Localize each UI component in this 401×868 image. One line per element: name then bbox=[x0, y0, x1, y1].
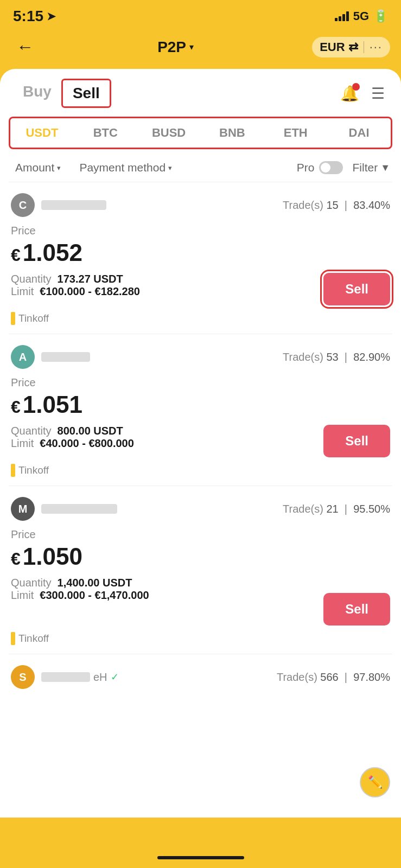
listing-3-header: M Trade(s) 21 | 95.50% bbox=[11, 497, 390, 521]
pro-toggle: Pro bbox=[297, 161, 343, 174]
crypto-tab-bnb-label: BNB bbox=[219, 126, 245, 139]
listing-3-payment-dot bbox=[11, 632, 15, 645]
nav-center: P2P ▾ bbox=[157, 39, 194, 56]
listing-3-user: M bbox=[11, 497, 117, 521]
orders-button[interactable]: ☰ bbox=[367, 83, 388, 104]
listing-3: M Trade(s) 21 | 95.50% Price € 1.050 Qua… bbox=[0, 486, 401, 654]
network-indicator: 5G bbox=[353, 9, 369, 23]
listing-3-trades: 21 bbox=[326, 503, 338, 515]
pro-toggle-switch[interactable] bbox=[319, 161, 343, 174]
listing-4-suffix: eH bbox=[93, 671, 107, 684]
nav-divider bbox=[364, 41, 364, 53]
listing-1-price-value: 1.052 bbox=[23, 239, 82, 266]
listing-1-sell-label: Sell bbox=[345, 282, 368, 296]
listing-1: C Trade(s) 15 | 83.40% Price € 1.052 Qua… bbox=[0, 182, 401, 334]
listing-3-quantity: Quantity 1,400.00 USDT bbox=[11, 577, 149, 589]
listing-3-sell-label: Sell bbox=[345, 602, 368, 616]
listing-2-user: A bbox=[11, 345, 90, 369]
tab-buy[interactable]: Buy bbox=[13, 79, 61, 108]
notification-badge bbox=[352, 83, 360, 91]
currency-label: EUR bbox=[320, 40, 345, 54]
time-display: 5:15 bbox=[13, 8, 43, 25]
listing-2-limit-range: €40.000 - €800.000 bbox=[40, 437, 134, 449]
amount-filter[interactable]: Amount ▾ bbox=[11, 159, 65, 176]
filter-icon: ▼ bbox=[380, 162, 390, 174]
listing-2-payment: Tinkoff bbox=[11, 464, 390, 477]
listing-2-header: A Trade(s) 53 | 82.90% bbox=[11, 345, 390, 369]
fab-button[interactable]: ✏️ bbox=[360, 767, 390, 797]
listing-3-rate: 95.50% bbox=[353, 503, 390, 515]
listing-1-payment: Tinkoff bbox=[11, 312, 390, 325]
listing-1-price-label: Price bbox=[11, 225, 390, 237]
amount-dropdown-icon: ▾ bbox=[57, 164, 61, 172]
listing-3-price: € 1.050 bbox=[11, 543, 390, 570]
listing-3-details: Quantity 1,400.00 USDT Limit €300.000 - … bbox=[11, 577, 390, 626]
tab-icons: 🔔 ☰ bbox=[339, 83, 388, 104]
amount-label: Amount bbox=[15, 161, 54, 174]
status-right: 5G 🔋 bbox=[335, 9, 388, 23]
listing-2-limit-label: Limit bbox=[11, 437, 34, 449]
tab-sell[interactable]: Sell bbox=[61, 79, 111, 108]
listing-2-meta: Quantity 800.00 USDT Limit €40.000 - €80… bbox=[11, 425, 134, 450]
listing-2-details: Quantity 800.00 USDT Limit €40.000 - €80… bbox=[11, 425, 390, 457]
listing-3-limit-range: €300.000 - €1,470.000 bbox=[40, 589, 149, 601]
fab-edit-icon: ✏️ bbox=[368, 775, 383, 789]
transfer-icon: ⇄ bbox=[348, 40, 358, 54]
back-button[interactable]: ← bbox=[11, 35, 39, 59]
battery-icon: 🔋 bbox=[373, 9, 388, 23]
crypto-tab-dai[interactable]: DAI bbox=[327, 118, 391, 148]
listing-2-quantity: Quantity 800.00 USDT bbox=[11, 425, 134, 437]
listing-3-sell-button[interactable]: Sell bbox=[323, 593, 390, 626]
listing-1-price: € 1.052 bbox=[11, 239, 390, 266]
crypto-tab-bnb[interactable]: BNB bbox=[200, 118, 264, 148]
top-nav: ← P2P ▾ EUR ⇄ ··· bbox=[0, 29, 401, 69]
listing-1-sell-button[interactable]: Sell bbox=[323, 273, 390, 305]
signal-icon bbox=[335, 11, 349, 21]
listing-2-sell-button[interactable]: Sell bbox=[323, 425, 390, 457]
payment-method-filter[interactable]: Payment method ▾ bbox=[75, 159, 176, 176]
listing-1-limit-label: Limit bbox=[11, 285, 34, 297]
listing-3-avatar: M bbox=[11, 497, 35, 521]
listing-1-qty-label: Quantity bbox=[11, 273, 51, 285]
listing-2-price-value: 1.051 bbox=[23, 391, 82, 418]
location-icon: ➤ bbox=[47, 10, 56, 23]
listing-1-meta: Quantity 173.27 USDT Limit €100.000 - €1… bbox=[11, 273, 140, 298]
nav-dropdown-icon[interactable]: ▾ bbox=[189, 42, 194, 52]
crypto-tab-busd[interactable]: BUSD bbox=[137, 118, 201, 148]
notification-button[interactable]: 🔔 bbox=[339, 83, 360, 104]
filter-button[interactable]: Filter ▼ bbox=[353, 161, 391, 174]
crypto-tab-eth-label: ETH bbox=[284, 126, 308, 139]
listing-1-details: Quantity 173.27 USDT Limit €100.000 - €1… bbox=[11, 273, 390, 305]
crypto-tab-eth[interactable]: ETH bbox=[264, 118, 327, 148]
crypto-tab-usdt[interactable]: USDT bbox=[10, 118, 74, 148]
listing-4-trades: 566 bbox=[320, 671, 338, 683]
listing-2-price-label: Price bbox=[11, 376, 390, 389]
listing-3-meta: Quantity 1,400.00 USDT Limit €300.000 - … bbox=[11, 577, 149, 602]
listing-3-currency: € bbox=[11, 549, 21, 569]
bottom-indicator bbox=[157, 856, 244, 859]
listing-1-currency: € bbox=[11, 245, 21, 265]
listing-2-payment-name: Tinkoff bbox=[18, 464, 49, 476]
status-bar: 5:15 ➤ 5G 🔋 bbox=[0, 0, 401, 29]
listing-1-payment-name: Tinkoff bbox=[18, 312, 49, 324]
listing-3-limit: Limit €300.000 - €1,470.000 bbox=[11, 589, 149, 602]
pro-label: Pro bbox=[297, 161, 315, 174]
more-icon[interactable]: ··· bbox=[370, 40, 383, 54]
listing-2-rate: 82.90% bbox=[353, 351, 390, 363]
status-time: 5:15 ➤ bbox=[13, 8, 56, 25]
payment-method-label: Payment method bbox=[79, 161, 166, 174]
crypto-tab-btc[interactable]: BTC bbox=[74, 118, 137, 148]
listing-4-header: S eH ✓ Trade(s) 566 | 97.80% bbox=[11, 665, 390, 689]
listing-1-username bbox=[41, 200, 106, 210]
listing-2-username bbox=[41, 352, 90, 362]
listing-1-payment-dot bbox=[11, 312, 15, 325]
listing-3-qty-label: Quantity bbox=[11, 577, 51, 589]
crypto-tab-dai-label: DAI bbox=[349, 126, 370, 139]
toggle-thumb bbox=[321, 163, 330, 173]
listing-1-quantity: Quantity 173.27 USDT bbox=[11, 273, 140, 285]
crypto-tab-busd-label: BUSD bbox=[152, 126, 186, 139]
main-card: Buy Sell 🔔 ☰ USDT BTC BUSD BNB bbox=[0, 69, 401, 818]
tab-group: Buy Sell bbox=[13, 79, 111, 108]
listing-2-payment-dot bbox=[11, 464, 15, 477]
nav-right[interactable]: EUR ⇄ ··· bbox=[312, 37, 390, 58]
